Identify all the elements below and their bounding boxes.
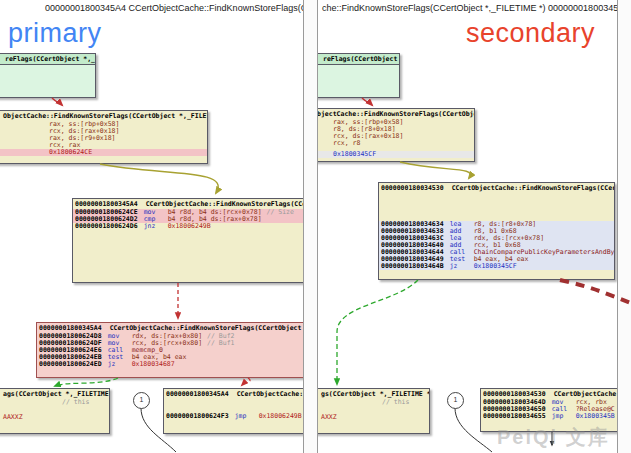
primary-pane[interactable]: 00000001800345A4 CCertObjectCache::FindK… (0, 0, 303, 453)
instruction-line[interactable]: rcx, r8 (318, 140, 474, 147)
block-header: ags(CCertObject *,_FILETIME *) (0, 389, 109, 399)
basic-block-node[interactable]: 00000001800345A4CCertObjectCache::FindKn… (72, 198, 303, 283)
pane-divider[interactable] (303, 0, 318, 453)
basic-block-node[interactable]: reFlags(CCertObject *,_FILETIME *) (318, 53, 400, 98)
instruction-line[interactable]: 00000001800624F3jmp0x18006249B (164, 413, 303, 420)
secondary-pane[interactable]: che::FindKnownStoreFlags(CCertObject *,_… (318, 0, 617, 453)
basic-block-node[interactable]: ags(CCertObject *,_FILETIME *)// thisAAX… (0, 388, 110, 434)
right-scrollbar[interactable] (617, 0, 631, 453)
basic-block-node[interactable]: 00000001800345A4CCertObjectCache::Find00… (163, 388, 303, 434)
instruction-line[interactable]: rax, ds:[r9+0x18] (0, 135, 207, 142)
instruction-line[interactable]: 0x1800624CE (0, 149, 207, 156)
block-header: 0000000180034530CCertObjectCache::FindKn… (379, 183, 614, 193)
basic-block-node[interactable]: ObjectCache::FindKnownStoreFlags(CCertOb… (0, 110, 208, 164)
edge-connector[interactable]: 1 (133, 392, 150, 409)
bindiff-flow-graph-window: 00000001800345A4 CCertObjectCache::FindK… (0, 0, 631, 453)
basic-block-node[interactable]: bjectCache::FindKnownStoreFlags(CCertObj… (318, 108, 475, 162)
instruction-line[interactable]: AXXZ (318, 414, 429, 421)
block-header: gs(CCertObject *,_FILETIME *) (318, 389, 429, 399)
block-spacer (164, 399, 165, 413)
instruction-line[interactable]: 0x1800345CF (318, 151, 474, 158)
edge-connector[interactable]: 1 (447, 392, 464, 409)
basic-block-node[interactable]: gs(CCertObject *,_FILETIME *)// thisAXXZ (318, 388, 430, 434)
block-header: 00000001800345A4CCertObjectCache::Find (164, 389, 303, 399)
basic-block-node[interactable]: 00000001800345A4CCertObjectCache::FindKn… (36, 322, 303, 378)
secondary-label: secondary (466, 18, 595, 49)
block-spacer (379, 193, 380, 221)
primary-function-title: 00000001800345A4 CCertObjectCache::FindK… (45, 3, 303, 13)
instruction-line[interactable]: 0000000180034655jmp0x1800345B (481, 413, 617, 420)
basic-block-node[interactable]: reFlags(CCertObject *,_FILETIME *) (0, 53, 96, 98)
instruction-line[interactable]: rcx, rax (0, 142, 207, 149)
primary-label: primary (8, 18, 102, 49)
instruction-line[interactable]: 00000001800624EDjz0x180034687 (37, 361, 303, 368)
instruction-line[interactable]: // this (318, 399, 429, 406)
instruction-line[interactable]: // this (0, 399, 109, 406)
basic-block-node[interactable]: 0000000180034530CCertObjectCache::FindKn… (378, 182, 615, 280)
watermark: PeiQi 文库 (497, 424, 610, 451)
instruction-line[interactable]: 00000001800624D6jnz0x18006249B (73, 223, 303, 230)
block-header: reFlags(CCertObject *,_FILETIME *) (318, 54, 399, 65)
secondary-function-title: che::FindKnownStoreFlags(CCertObject *,_… (322, 3, 617, 13)
instruction-line[interactable]: 000000018003464Bjz0x1800345CF (379, 263, 614, 270)
block-header: reFlags(CCertObject *,_FILETIME *) (0, 54, 95, 65)
instruction-line[interactable]: AAXXZ (0, 414, 109, 421)
